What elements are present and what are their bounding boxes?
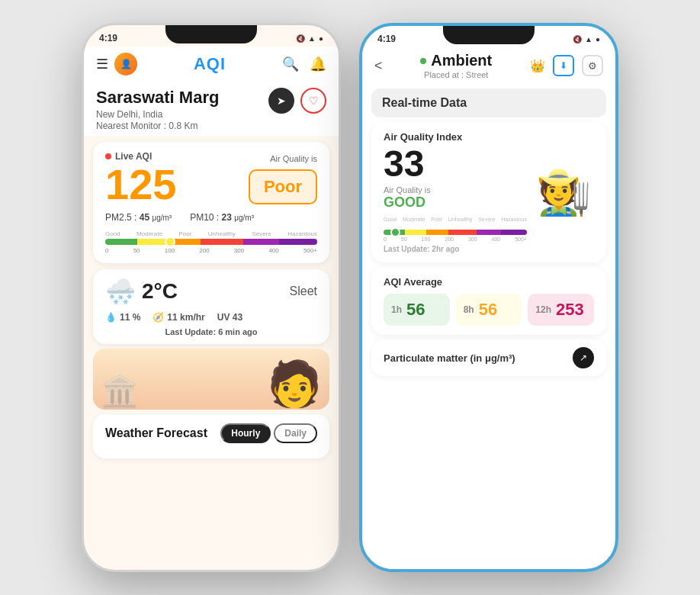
device-name: Ambient [431,52,492,69]
online-dot [420,58,426,64]
pm10-item: PM10 : 23 μg/m³ [190,212,254,223]
aqi-right: Air Quality is Poor [249,154,317,204]
avg-card-1h: 1h 56 [384,294,450,326]
scale-numbers: 0 50 100 200 300 400 500+ [105,247,317,254]
illustration-area: 🏛️ 🧑 [93,349,329,410]
forecast-tabs: Hourly Daily [220,423,317,443]
weather-main: 🌨️ 2°C Sleet [105,277,317,306]
right-header: < Ambient Placed at : Street 👑 ⬇ ⚙ [362,47,615,84]
location-section: Saraswati Marg New Delhi, India Nearest … [84,82,339,136]
device-name-row: Ambient [420,52,492,69]
wind-item: 🧭 11 km/hr [153,312,204,323]
search-icon[interactable]: 🔍 [282,56,299,72]
aqi-card: Live AQI 125 Air Quality is Poor PM2.5 :… [93,142,329,263]
pm25-item: PM2.5 : 45 μg/m³ [105,212,172,223]
location-info: Saraswati Marg New Delhi, India Nearest … [96,88,219,131]
character-figure: 🧑 [267,358,322,410]
tab-hourly[interactable]: Hourly [220,423,271,443]
snow-icon: 🌨️ [105,277,136,306]
location-name: Saraswati Marg [96,88,219,108]
right-phone: 4:19 🔇 ▲ ● < Ambient Placed at : Street … [359,23,618,572]
character-right: 🧑‍🌾 [533,131,594,253]
download-button[interactable]: ⬇ [553,55,574,76]
aqi-avg-title: AQI Average [384,276,594,288]
right-scale-bar [384,230,527,235]
mute-icon: 🔇 [296,34,305,43]
left-status-icons: 🔇 ▲ ● [296,34,323,43]
uv-item: UV 43 [217,312,242,323]
crown-icon: 👑 [530,59,545,73]
nav-icons: ➤ ♡ [268,88,326,114]
right-header-icons: 👑 ⬇ ⚙ [530,55,603,76]
side-arrow-right: ← [614,289,618,307]
avatar[interactable]: 👤 [114,53,137,76]
left-phone: 4:19 🔇 ▲ ● ☰ 👤 AQI 🔍 🔔 Saraswati Marg Ne… [82,23,341,572]
aqi-scale: Good Moderate Poor Unhealthy Severe Haza… [105,230,317,254]
left-notch [165,25,257,43]
app-logo: AQI [194,54,226,74]
forecast-title: Weather Forecast [105,426,207,440]
aqi-value: 125 [105,163,176,206]
header-right: 🔍 🔔 [282,56,326,72]
aqi-index-title: Air Quality Index [384,131,527,143]
last-update: Last Update: 6 min ago [105,327,317,336]
realtime-section: Real-time Data [371,88,606,117]
live-dot [105,153,111,159]
right-time: 4:19 [377,34,396,44]
right-scale-label-row: Good Moderate Poor Unhealthy Severe Haza… [384,217,527,222]
scale-bar [105,239,317,245]
device-placed-at: Placed at : Street [420,70,492,79]
aqi-top: Live AQI 125 Air Quality is Poor [105,151,317,206]
hamburger-icon[interactable]: ☰ [96,56,108,72]
bg-decoration: 🏛️ [101,374,139,410]
quality-good: GOOD [384,195,527,211]
scale-indicator [165,236,175,247]
avg-card-12h: 12h 253 [528,294,594,326]
right-status-icons: 🔇 ▲ ● [573,35,600,43]
realtime-title: Real-time Data [382,96,467,109]
aqi-card-right: Air Quality Index 33 Air Quality is GOOD… [371,122,606,262]
quality-is-label: Air Quality is [384,185,527,195]
weather-condition: Sleet [290,285,317,298]
pm-title-right: Particulate matter (in μg/m³) [384,352,515,364]
back-button[interactable]: < [374,58,383,74]
quality-badge: Poor [249,169,317,204]
pm-section: Particulate matter (in μg/m³) ↗ [371,339,606,376]
air-quality-is: Air Quality is [270,154,317,163]
header-left: ☰ 👤 [96,53,137,76]
signal-icon: ● [319,34,323,43]
weather-temp: 2°C [142,279,178,304]
aqi-big-value: 33 [384,146,527,182]
navigate-button[interactable]: ➤ [268,88,294,114]
left-time: 4:19 [99,33,117,43]
location-city: New Delhi, India [96,109,219,120]
avg-cards: 1h 56 8h 56 12h 253 [384,294,594,326]
wifi-icon-right: ▲ [585,35,592,43]
mute-icon-right: 🔇 [573,35,582,43]
wifi-icon: ▲ [308,34,316,43]
tab-daily[interactable]: Daily [274,423,317,443]
forecast-header: Weather Forecast Hourly Daily [105,423,317,443]
right-scale-numbers: 0 50 100 200 300 400 500+ [384,236,527,242]
favorite-button[interactable]: ♡ [300,88,326,114]
weather-card: 🌨️ 2°C Sleet 💧 11 % 🧭 11 km/hr UV 43 Las… [93,269,329,344]
avg-card-8h: 8h 56 [456,294,522,326]
weather-left: 🌨️ 2°C [105,277,178,306]
aqi-avg-section: AQI Average 1h 56 8h 56 12h 253 [371,267,606,335]
aqi-right-left: Air Quality Index 33 Air Quality is GOOD… [384,131,527,253]
location-row: Saraswati Marg New Delhi, India Nearest … [96,88,326,131]
bell-icon[interactable]: 🔔 [310,56,326,72]
location-monitor: Nearest Monitor : 0.8 Km [96,121,219,131]
settings-button[interactable]: ⚙ [582,55,603,76]
device-name-section: Ambient Placed at : Street [420,52,492,79]
signal-icon-right: ● [596,35,600,43]
humidity-icon: 💧 [105,312,117,323]
aqi-left: Live AQI 125 [105,151,176,206]
humidity-item: 💧 11 % [105,312,140,323]
pm-link-button[interactable]: ↗ [573,347,594,368]
scale-label-row: Good Moderate Poor Unhealthy Severe Haza… [105,230,317,237]
right-notch [443,26,535,44]
wind-icon: 🧭 [153,312,164,323]
forecast-section: Weather Forecast Hourly Daily [93,414,329,458]
pm-row: PM2.5 : 45 μg/m³ PM10 : 23 μg/m³ [105,212,317,223]
